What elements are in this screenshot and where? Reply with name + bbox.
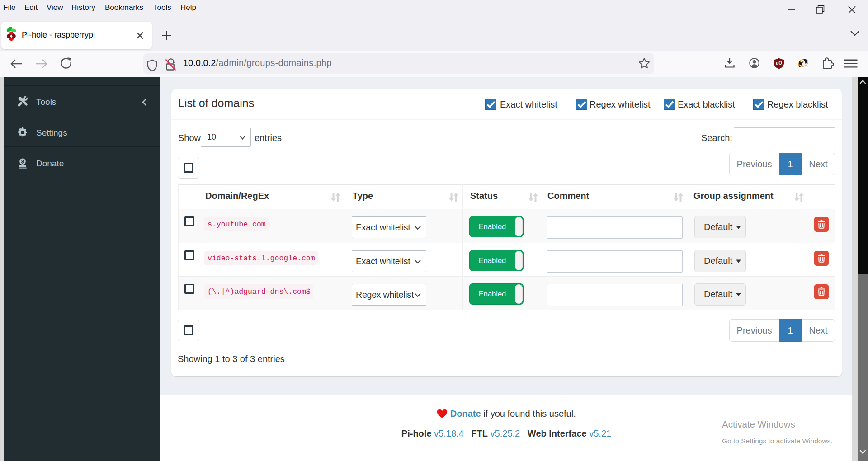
svg-text:uO: uO	[776, 61, 782, 66]
